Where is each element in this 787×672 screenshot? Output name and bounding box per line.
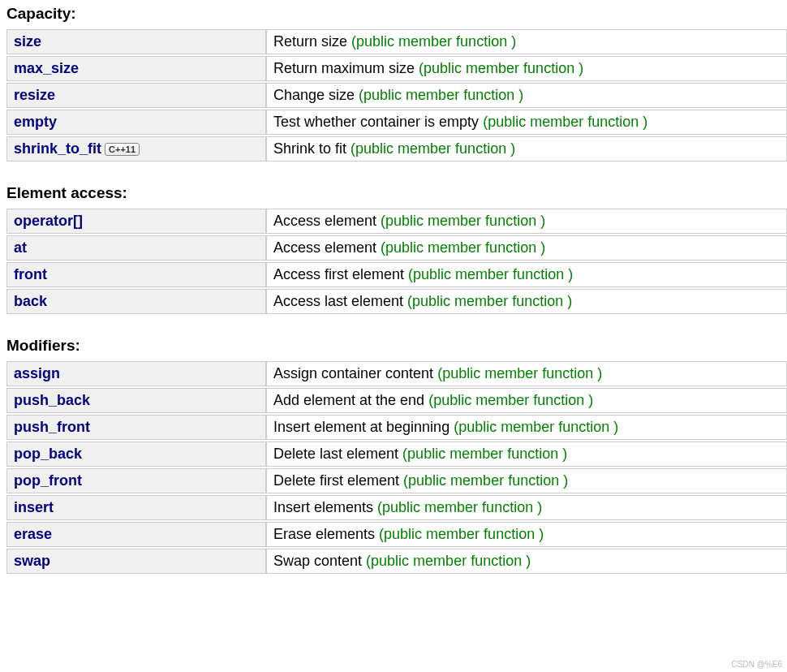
member-desc: Assign container content [273, 365, 433, 381]
section: Capacity:sizeReturn size (public member … [6, 5, 787, 163]
member-desc: Delete first element [273, 472, 399, 489]
member-link[interactable]: pop_front [14, 472, 82, 489]
member-desc: Access last element [273, 293, 403, 309]
member-desc-cell: Delete last element (public member funct… [266, 442, 787, 467]
table-row: pop_backDelete last element (public memb… [6, 442, 787, 467]
member-table: assignAssign container content (public m… [6, 360, 787, 575]
member-desc: Insert elements [273, 499, 373, 515]
member-link[interactable]: back [14, 293, 47, 309]
member-desc: Change size [273, 87, 355, 103]
member-desc-cell: Swap content (public member function ) [266, 549, 787, 574]
table-row: eraseErase elements (public member funct… [6, 522, 787, 547]
table-row: pop_frontDelete first element (public me… [6, 468, 787, 493]
member-desc: Delete last element [273, 446, 398, 462]
member-name-cell: pop_front [6, 468, 266, 493]
member-annotation: (public member function ) [454, 419, 618, 435]
section: Element access:operator[]Access element … [6, 184, 787, 316]
table-row: atAccess element (public member function… [6, 235, 787, 261]
member-name-cell: size [6, 29, 266, 54]
member-annotation: (public member function ) [419, 60, 583, 76]
member-link[interactable]: push_back [14, 392, 90, 408]
member-desc: Swap content [273, 553, 362, 569]
member-desc-cell: Return size (public member function ) [266, 29, 787, 54]
table-row: shrink_to_fitC++11Shrink to fit (public … [6, 136, 787, 162]
member-desc: Shrink to fit [273, 140, 346, 157]
member-name-cell: erase [6, 522, 266, 547]
section: Modifiers:assignAssign container content… [6, 337, 787, 575]
table-row: emptyTest whether container is empty (pu… [6, 110, 787, 135]
member-desc: Insert element at beginning [273, 419, 449, 435]
member-name-cell: shrink_to_fitC++11 [6, 136, 266, 162]
member-desc: Access first element [273, 266, 404, 282]
member-annotation: (public member function ) [350, 140, 515, 157]
table-row: sizeReturn size (public member function … [6, 29, 787, 54]
member-table: sizeReturn size (public member function … [6, 28, 787, 163]
member-desc-cell: Change size (public member function ) [266, 83, 787, 108]
member-annotation: (public member function ) [403, 472, 568, 489]
table-row: operator[]Access element (public member … [6, 209, 787, 234]
table-row: push_backAdd element at the end (public … [6, 388, 787, 413]
member-name-cell: front [6, 262, 266, 287]
member-desc-cell: Delete first element (public member func… [266, 468, 787, 493]
member-desc: Return maximum size [273, 60, 415, 76]
member-name-cell: back [6, 289, 266, 314]
member-name-cell: assign [6, 361, 266, 386]
member-annotation: (public member function ) [407, 293, 572, 309]
member-annotation: (public member function ) [428, 392, 593, 408]
member-link[interactable]: assign [14, 365, 60, 381]
member-desc-cell: Erase elements (public member function ) [266, 522, 787, 547]
member-link[interactable]: pop_back [14, 446, 82, 462]
table-row: swapSwap content (public member function… [6, 549, 787, 574]
member-name-cell: swap [6, 549, 266, 574]
cpp11-badge: C++11 [105, 143, 140, 156]
member-annotation: (public member function ) [402, 446, 567, 462]
member-link[interactable]: erase [14, 526, 52, 542]
member-link[interactable]: insert [14, 499, 54, 515]
table-row: frontAccess first element (public member… [6, 262, 787, 287]
member-name-cell: empty [6, 110, 266, 135]
member-annotation: (public member function ) [379, 526, 544, 542]
member-link[interactable]: front [14, 266, 47, 282]
member-link[interactable]: operator[] [14, 213, 83, 229]
member-desc-cell: Insert element at beginning (public memb… [266, 415, 787, 440]
member-annotation: (public member function ) [437, 365, 602, 381]
member-desc-cell: Test whether container is empty (public … [266, 110, 787, 135]
member-link[interactable]: push_front [14, 419, 90, 435]
member-annotation: (public member function ) [351, 33, 516, 50]
member-link[interactable]: resize [14, 87, 55, 103]
member-desc-cell: Shrink to fit (public member function ) [266, 136, 787, 162]
member-name-cell: push_back [6, 388, 266, 413]
member-desc-cell: Access element (public member function ) [266, 209, 787, 234]
table-row: max_sizeReturn maximum size (public memb… [6, 56, 787, 81]
member-desc-cell: Access last element (public member funct… [266, 289, 787, 314]
member-name-cell: operator[] [6, 209, 266, 234]
member-link[interactable]: shrink_to_fit [14, 140, 101, 157]
member-link[interactable]: swap [14, 553, 50, 569]
member-name-cell: push_front [6, 415, 266, 440]
member-table: operator[]Access element (public member … [6, 207, 787, 316]
member-name-cell: insert [6, 495, 266, 520]
member-annotation: (public member function ) [408, 266, 573, 282]
member-annotation: (public member function ) [381, 239, 545, 256]
member-link[interactable]: at [14, 239, 27, 256]
member-link[interactable]: empty [14, 114, 57, 130]
member-desc-cell: Return maximum size (public member funct… [266, 56, 787, 81]
member-annotation: (public member function ) [483, 114, 647, 130]
member-desc: Access element [273, 239, 376, 256]
member-name-cell: max_size [6, 56, 266, 81]
table-row: backAccess last element (public member f… [6, 289, 787, 314]
member-link[interactable]: max_size [14, 60, 79, 76]
member-desc-cell: Access first element (public member func… [266, 262, 787, 287]
member-desc-cell: Insert elements (public member function … [266, 495, 787, 520]
member-link[interactable]: size [14, 33, 41, 50]
table-row: assignAssign container content (public m… [6, 361, 787, 386]
member-desc-cell: Assign container content (public member … [266, 361, 787, 386]
member-desc: Test whether container is empty [273, 114, 479, 130]
member-desc: Access element [273, 213, 376, 229]
member-desc-cell: Add element at the end (public member fu… [266, 388, 787, 413]
section-title: Capacity: [6, 5, 787, 23]
doc-root: Capacity:sizeReturn size (public member … [6, 5, 787, 575]
member-name-cell: resize [6, 83, 266, 108]
member-desc: Return size [273, 33, 347, 50]
member-annotation: (public member function ) [381, 213, 545, 229]
